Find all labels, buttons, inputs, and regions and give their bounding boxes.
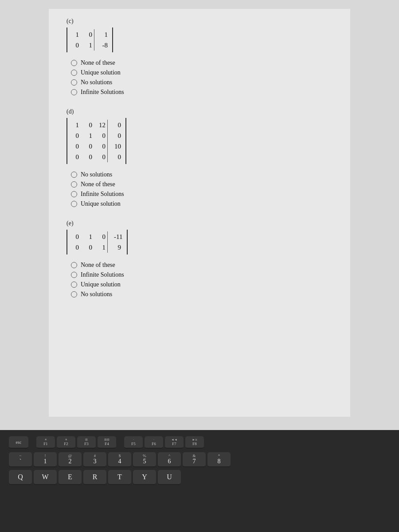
cell: 0 <box>85 242 92 253</box>
cell: 1 <box>85 130 92 141</box>
cell: 0 <box>98 231 106 242</box>
key-4[interactable]: $ 4 <box>108 452 131 467</box>
f4-icon: ⊞⊞ <box>104 438 110 442</box>
radio-no-solutions-c[interactable] <box>71 79 77 86</box>
key-e-label: E <box>68 473 72 481</box>
key-u[interactable]: U <box>158 470 181 485</box>
f1-icon: ☀ <box>44 438 47 442</box>
cell: 0 <box>72 141 79 152</box>
option-unique-e[interactable]: Unique solution <box>71 281 332 288</box>
section-d-matrix-right: 0 0 10 0 <box>110 120 121 162</box>
radio-none-of-these-c[interactable] <box>71 60 77 66</box>
cell: 0 <box>114 130 121 141</box>
radio-infinite-d[interactable] <box>71 191 77 197</box>
section-e-options: None of these Infinite Solutions Unique … <box>66 262 332 298</box>
cell: 1 <box>101 29 108 40</box>
key-6[interactable]: ^ 6 <box>158 452 181 467</box>
matrix-row: -8 <box>101 40 108 51</box>
option-no-solutions-d[interactable]: No solutions <box>71 171 332 178</box>
key-8[interactable]: * 8 <box>207 452 231 467</box>
option-unique-c[interactable]: Unique solution <box>71 69 332 76</box>
cell: 0 <box>98 130 106 141</box>
section-c: (c) 1 0 0 1 <box>66 18 332 96</box>
option-label: None of these <box>81 262 115 269</box>
radio-infinite-e[interactable] <box>71 272 77 278</box>
keyboard: esc ☀ F1 ☀ F2 ⊞ F3 ⊞⊞ F4 · F5 · F6 ◄◄ <box>0 430 399 532</box>
key-1[interactable]: ! 1 <box>34 452 57 467</box>
key-q[interactable]: Q <box>9 470 32 485</box>
f4-key[interactable]: ⊞⊞ F4 <box>98 436 116 449</box>
radio-unique-e[interactable] <box>71 282 77 288</box>
f2-key[interactable]: ☀ F2 <box>57 436 75 449</box>
radio-none-of-these-e[interactable] <box>71 262 77 268</box>
matrix-row: 0 <box>114 130 121 141</box>
section-e-matrix: 0 1 0 0 0 1 -11 <box>66 230 128 254</box>
matrix-row: 0 0 0 <box>72 141 106 152</box>
key-r[interactable]: R <box>83 470 106 485</box>
radio-unique-c[interactable] <box>71 70 77 76</box>
f3-key[interactable]: ⊞ F3 <box>77 436 96 449</box>
key-2[interactable]: @ 2 <box>59 452 82 467</box>
section-d-matrix-container: 1 0 12 0 1 0 0 0 0 <box>66 118 332 164</box>
key-7-bot: 7 <box>193 458 196 465</box>
key-e[interactable]: E <box>59 470 82 485</box>
cell: 1 <box>85 40 92 51</box>
matrix-row: 9 <box>114 242 122 253</box>
key-8-bot: 8 <box>218 458 221 465</box>
key-3-bot: 3 <box>94 458 97 465</box>
key-y[interactable]: Y <box>133 470 156 485</box>
key-w[interactable]: W <box>34 470 57 485</box>
f7-key[interactable]: ◄◄ F7 <box>165 436 184 449</box>
section-c-label: (c) <box>66 18 332 25</box>
matrix-row: 0 1 0 <box>72 130 106 141</box>
f6-key[interactable]: · F6 <box>145 436 163 449</box>
tilde-bot: ` <box>20 458 22 465</box>
radio-infinite-c[interactable] <box>71 89 77 95</box>
cell: 0 <box>114 152 121 162</box>
matrix-divider <box>94 29 94 51</box>
matrix-divider <box>107 231 108 253</box>
radio-none-of-these-d[interactable] <box>71 181 77 188</box>
f1-key[interactable]: ☀ F1 <box>36 436 55 449</box>
option-no-solutions-e[interactable]: No solutions <box>71 291 332 298</box>
key-3[interactable]: # 3 <box>83 452 106 467</box>
cell: 0 <box>85 29 92 40</box>
cell: 10 <box>114 141 121 152</box>
option-label: Infinite Solutions <box>81 271 124 278</box>
key-t[interactable]: T <box>108 470 131 485</box>
screen: (c) 1 0 0 1 <box>0 0 399 430</box>
esc-key[interactable]: esc <box>9 436 28 449</box>
option-none-of-these-c[interactable]: None of these <box>71 59 332 66</box>
cell: 1 <box>98 242 106 253</box>
cell: 1 <box>72 120 79 130</box>
option-infinite-c[interactable]: Infinite Solutions <box>71 89 332 96</box>
key-2-bot: 2 <box>69 458 72 465</box>
option-none-of-these-d[interactable]: None of these <box>71 181 332 188</box>
option-unique-d[interactable]: Unique solution <box>71 200 332 207</box>
cell: 0 <box>72 40 79 51</box>
section-e-label: (e) <box>66 220 332 227</box>
section-d-options: No solutions None of these Infinite Solu… <box>66 171 332 207</box>
esc-label: esc <box>16 440 22 445</box>
section-e: (e) 0 1 0 0 0 1 <box>66 220 332 298</box>
section-c-options: None of these Unique solution No solutio… <box>66 59 332 96</box>
option-infinite-d[interactable]: Infinite Solutions <box>71 191 332 198</box>
option-label: Unique solution <box>81 69 121 76</box>
radio-no-solutions-d[interactable] <box>71 172 77 178</box>
cell: 9 <box>114 242 121 253</box>
key-5-bot: 5 <box>143 458 146 465</box>
key-7[interactable]: & 7 <box>183 452 206 467</box>
option-no-solutions-c[interactable]: No solutions <box>71 79 332 86</box>
option-none-of-these-e[interactable]: None of these <box>71 262 332 269</box>
f5-key[interactable]: · F5 <box>124 436 143 449</box>
option-label: Unique solution <box>81 281 121 288</box>
option-infinite-e[interactable]: Infinite Solutions <box>71 271 332 278</box>
key-5[interactable]: % 5 <box>133 452 156 467</box>
radio-no-solutions-e[interactable] <box>71 291 77 297</box>
f6-label: F6 <box>152 442 156 446</box>
cell: 1 <box>85 231 92 242</box>
f8-key[interactable]: ►II F8 <box>185 436 204 449</box>
tilde-key[interactable]: ~ ` <box>9 452 32 467</box>
f4-label: F4 <box>105 442 109 446</box>
radio-unique-d[interactable] <box>71 201 77 207</box>
